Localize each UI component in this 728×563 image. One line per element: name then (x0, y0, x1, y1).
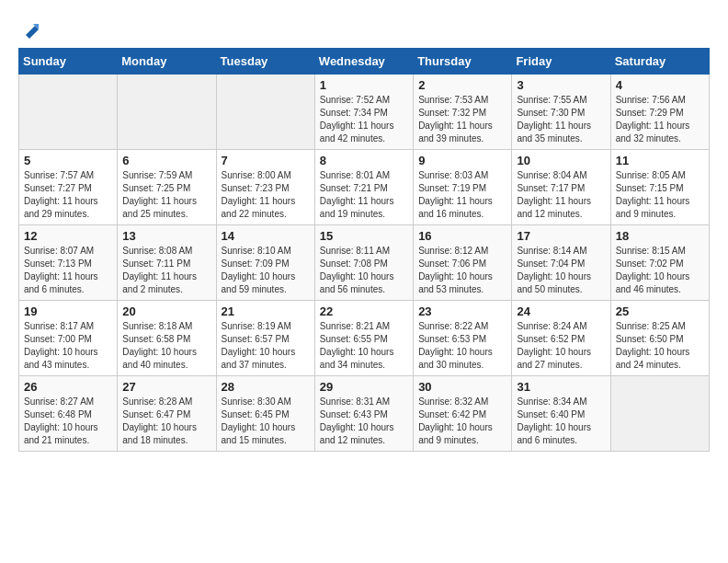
day-info: Sunrise: 8:31 AM Sunset: 6:43 PM Dayligh… (320, 396, 408, 447)
day-info: Sunrise: 8:07 AM Sunset: 7:13 PM Dayligh… (24, 245, 112, 296)
day-info: Sunrise: 7:55 AM Sunset: 7:30 PM Dayligh… (517, 94, 605, 145)
day-number: 1 (320, 78, 408, 92)
day-info: Sunrise: 8:21 AM Sunset: 6:55 PM Dayligh… (320, 320, 408, 372)
calendar-cell: 15Sunrise: 8:11 AM Sunset: 7:08 PM Dayli… (314, 225, 413, 301)
day-number: 21 (222, 304, 310, 318)
day-number: 25 (616, 304, 704, 318)
day-number: 9 (418, 154, 506, 167)
day-info: Sunrise: 8:11 AM Sunset: 7:08 PM Dayligh… (320, 245, 408, 296)
calendar-header-saturday: Saturday (610, 49, 709, 75)
calendar-cell: 26Sunrise: 8:27 AM Sunset: 6:48 PM Dayli… (19, 376, 118, 452)
calendar-cell: 29Sunrise: 8:31 AM Sunset: 6:43 PM Dayli… (314, 376, 413, 452)
day-info: Sunrise: 8:04 AM Sunset: 7:17 PM Dayligh… (517, 169, 605, 221)
calendar-cell: 25Sunrise: 8:25 AM Sunset: 6:50 PM Dayli… (610, 301, 709, 376)
calendar-cell: 16Sunrise: 8:12 AM Sunset: 7:06 PM Dayli… (414, 225, 512, 301)
day-info: Sunrise: 8:12 AM Sunset: 7:06 PM Dayligh… (418, 245, 506, 296)
calendar-header-thursday: Thursday (414, 49, 512, 75)
calendar-week-row: 19Sunrise: 8:17 AM Sunset: 7:00 PM Dayli… (19, 301, 710, 376)
calendar-cell: 21Sunrise: 8:19 AM Sunset: 6:57 PM Dayli… (216, 301, 314, 376)
day-number: 14 (222, 229, 310, 243)
calendar-cell: 23Sunrise: 8:22 AM Sunset: 6:53 PM Dayli… (414, 301, 512, 376)
day-number: 27 (122, 380, 210, 394)
day-number: 19 (24, 304, 112, 318)
day-info: Sunrise: 8:10 AM Sunset: 7:09 PM Dayligh… (222, 245, 310, 296)
day-info: Sunrise: 8:05 AM Sunset: 7:15 PM Dayligh… (616, 169, 704, 221)
calendar-cell: 11Sunrise: 8:05 AM Sunset: 7:15 PM Dayli… (610, 150, 709, 225)
day-info: Sunrise: 8:34 AM Sunset: 6:40 PM Dayligh… (517, 396, 605, 447)
calendar-cell: 20Sunrise: 8:18 AM Sunset: 6:58 PM Dayli… (118, 301, 216, 376)
day-info: Sunrise: 7:52 AM Sunset: 7:34 PM Dayligh… (320, 94, 408, 145)
day-info: Sunrise: 8:14 AM Sunset: 7:04 PM Dayligh… (517, 245, 605, 296)
calendar-cell: 1Sunrise: 7:52 AM Sunset: 7:34 PM Daylig… (314, 75, 413, 150)
day-number: 20 (122, 304, 210, 318)
day-number: 12 (24, 229, 112, 243)
calendar-cell: 3Sunrise: 7:55 AM Sunset: 7:30 PM Daylig… (512, 75, 610, 150)
day-number: 8 (320, 154, 408, 167)
calendar-header-monday: Monday (118, 49, 216, 75)
day-info: Sunrise: 8:32 AM Sunset: 6:42 PM Dayligh… (418, 396, 506, 447)
calendar-cell (610, 376, 709, 452)
page: SundayMondayTuesdayWednesdayThursdayFrid… (0, 0, 728, 461)
calendar-cell (19, 75, 118, 150)
calendar-cell: 19Sunrise: 8:17 AM Sunset: 7:00 PM Dayli… (19, 301, 118, 376)
day-number: 30 (418, 380, 506, 394)
calendar-table: SundayMondayTuesdayWednesdayThursdayFrid… (18, 48, 710, 452)
day-number: 5 (24, 154, 112, 167)
day-info: Sunrise: 8:22 AM Sunset: 6:53 PM Dayligh… (418, 320, 506, 372)
day-info: Sunrise: 7:53 AM Sunset: 7:32 PM Dayligh… (418, 94, 506, 145)
day-number: 2 (418, 78, 506, 92)
day-info: Sunrise: 8:24 AM Sunset: 6:52 PM Dayligh… (517, 320, 605, 372)
day-info: Sunrise: 7:56 AM Sunset: 7:29 PM Dayligh… (616, 94, 704, 145)
day-number: 7 (222, 154, 310, 167)
calendar-cell: 28Sunrise: 8:30 AM Sunset: 6:45 PM Dayli… (216, 376, 314, 452)
day-info: Sunrise: 8:30 AM Sunset: 6:45 PM Dayligh… (222, 396, 310, 447)
day-number: 24 (517, 304, 605, 318)
calendar-cell: 22Sunrise: 8:21 AM Sunset: 6:55 PM Dayli… (314, 301, 413, 376)
day-info: Sunrise: 7:57 AM Sunset: 7:27 PM Dayligh… (24, 169, 112, 221)
logo-icon (20, 18, 40, 39)
calendar-cell: 5Sunrise: 7:57 AM Sunset: 7:27 PM Daylig… (19, 150, 118, 225)
day-number: 3 (517, 78, 605, 92)
calendar-cell: 7Sunrise: 8:00 AM Sunset: 7:23 PM Daylig… (216, 150, 314, 225)
header (18, 18, 710, 39)
day-number: 22 (320, 304, 408, 318)
day-info: Sunrise: 8:19 AM Sunset: 6:57 PM Dayligh… (222, 320, 310, 372)
day-info: Sunrise: 8:27 AM Sunset: 6:48 PM Dayligh… (24, 396, 112, 447)
calendar-cell: 2Sunrise: 7:53 AM Sunset: 7:32 PM Daylig… (414, 75, 512, 150)
calendar-week-row: 26Sunrise: 8:27 AM Sunset: 6:48 PM Dayli… (19, 376, 710, 452)
day-info: Sunrise: 7:59 AM Sunset: 7:25 PM Dayligh… (122, 169, 210, 221)
calendar-cell: 14Sunrise: 8:10 AM Sunset: 7:09 PM Dayli… (216, 225, 314, 301)
calendar-header-row: SundayMondayTuesdayWednesdayThursdayFrid… (19, 49, 710, 75)
day-number: 23 (418, 304, 506, 318)
calendar-header-friday: Friday (512, 49, 610, 75)
calendar-header-wednesday: Wednesday (314, 49, 413, 75)
calendar-week-row: 5Sunrise: 7:57 AM Sunset: 7:27 PM Daylig… (19, 150, 710, 225)
calendar-header-sunday: Sunday (19, 49, 118, 75)
day-info: Sunrise: 8:00 AM Sunset: 7:23 PM Dayligh… (222, 169, 310, 221)
logo (18, 18, 40, 39)
day-number: 28 (222, 380, 310, 394)
day-info: Sunrise: 8:28 AM Sunset: 6:47 PM Dayligh… (122, 396, 210, 447)
day-info: Sunrise: 8:17 AM Sunset: 7:00 PM Dayligh… (24, 320, 112, 372)
day-number: 13 (122, 229, 210, 243)
svg-marker-0 (26, 26, 39, 39)
day-info: Sunrise: 8:01 AM Sunset: 7:21 PM Dayligh… (320, 169, 408, 221)
calendar-cell: 31Sunrise: 8:34 AM Sunset: 6:40 PM Dayli… (512, 376, 610, 452)
day-number: 16 (418, 229, 506, 243)
day-number: 11 (616, 154, 704, 167)
day-number: 18 (616, 229, 704, 243)
calendar-cell: 13Sunrise: 8:08 AM Sunset: 7:11 PM Dayli… (118, 225, 216, 301)
calendar-cell: 4Sunrise: 7:56 AM Sunset: 7:29 PM Daylig… (610, 75, 709, 150)
day-number: 6 (122, 154, 210, 167)
calendar-week-row: 1Sunrise: 7:52 AM Sunset: 7:34 PM Daylig… (19, 75, 710, 150)
calendar-cell: 24Sunrise: 8:24 AM Sunset: 6:52 PM Dayli… (512, 301, 610, 376)
day-number: 15 (320, 229, 408, 243)
day-info: Sunrise: 8:18 AM Sunset: 6:58 PM Dayligh… (122, 320, 210, 372)
calendar-week-row: 12Sunrise: 8:07 AM Sunset: 7:13 PM Dayli… (19, 225, 710, 301)
day-info: Sunrise: 8:15 AM Sunset: 7:02 PM Dayligh… (616, 245, 704, 296)
calendar-cell: 27Sunrise: 8:28 AM Sunset: 6:47 PM Dayli… (118, 376, 216, 452)
day-number: 26 (24, 380, 112, 394)
calendar-header-tuesday: Tuesday (216, 49, 314, 75)
calendar-cell (216, 75, 314, 150)
calendar-cell: 12Sunrise: 8:07 AM Sunset: 7:13 PM Dayli… (19, 225, 118, 301)
